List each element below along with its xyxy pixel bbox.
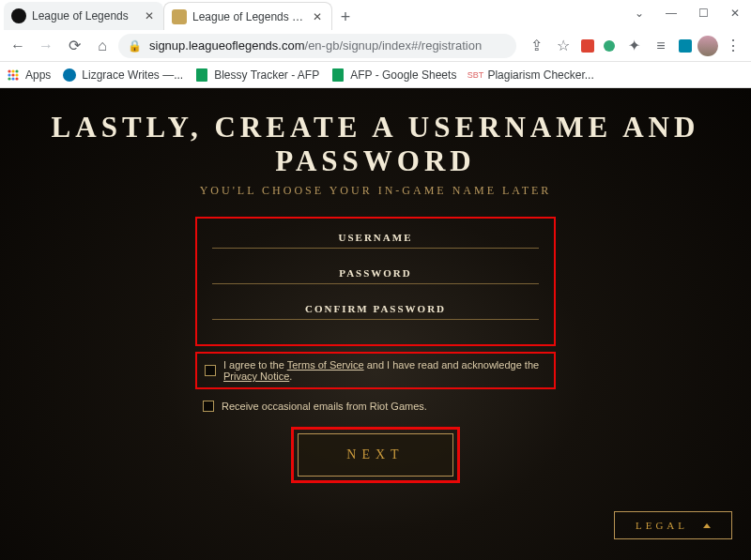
input-underline — [212, 282, 539, 284]
svg-rect-13 — [196, 68, 207, 82]
address-bar[interactable]: 🔒 signup.leagueoflegends.com/en-gb/signu… — [118, 34, 516, 58]
svg-point-9 — [8, 77, 10, 80]
maximize-button[interactable]: ☐ — [687, 0, 719, 26]
svg-point-3 — [8, 69, 10, 72]
confirm-password-field[interactable]: CONFIRM PASSWORD — [212, 303, 539, 320]
close-window-button[interactable]: ✕ — [719, 0, 751, 26]
confirm-password-label: CONFIRM PASSWORD — [212, 303, 539, 314]
bookmark-label: Plagiarism Checker... — [487, 68, 593, 82]
svg-point-6 — [8, 73, 10, 76]
svg-point-5 — [15, 69, 18, 72]
input-underline — [212, 318, 539, 320]
emails-checkbox[interactable] — [203, 401, 214, 412]
next-button[interactable]: NEXT — [298, 433, 453, 477]
bookmark-item[interactable]: SBT Plagiarism Checker... — [467, 68, 593, 83]
tab-favicon — [172, 9, 187, 24]
svg-point-8 — [15, 73, 18, 76]
url-text: signup.leagueoflegends.com/en-gb/signup/… — [149, 38, 482, 53]
apps-grid-icon — [6, 68, 21, 83]
url-host: signup.leagueoflegends.com — [149, 38, 305, 53]
page-content: LASTLY, CREATE A USERNAME AND PASSWORD Y… — [0, 88, 751, 560]
bookmark-item[interactable]: Lizgrace Writes —... — [62, 68, 183, 83]
svg-point-11 — [15, 77, 18, 80]
emails-label: Receive occasional emails from Riot Game… — [222, 401, 427, 412]
svg-point-1 — [604, 40, 615, 52]
bookmark-label: AFP - Google Sheets — [350, 68, 456, 82]
tab-inactive[interactable]: League of Legends ✕ — [4, 2, 163, 30]
password-label: PASSWORD — [212, 267, 539, 279]
site-icon: SBT — [467, 68, 483, 83]
forward-button: → — [34, 34, 58, 58]
toolbar-right: ⇪ ☆ ✦ ≡ ⋮ — [520, 34, 745, 58]
tab-title: League of Legends Sign Up | EU… — [192, 10, 305, 23]
svg-rect-14 — [332, 68, 344, 82]
minimize-button[interactable]: — — [655, 0, 687, 26]
legal-label: LEGAL — [636, 520, 688, 531]
tab-title: League of Legends — [32, 9, 137, 23]
bookmark-label: Apps — [25, 68, 51, 82]
svg-point-10 — [11, 77, 14, 80]
apps-shortcut[interactable]: Apps — [6, 68, 51, 83]
bookmark-item[interactable]: AFP - Google Sheets — [330, 68, 456, 83]
tos-link[interactable]: Terms of Service — [287, 359, 364, 371]
url-path: /en-gb/signup/index#/registration — [305, 38, 483, 53]
lock-icon: 🔒 — [128, 39, 142, 53]
bookmarks-bar: Apps Lizgrace Writes —... Blessy Tracker… — [0, 62, 751, 88]
chevron-down-icon[interactable]: ⌄ — [623, 0, 655, 26]
tos-checkbox[interactable] — [205, 365, 216, 376]
share-icon[interactable]: ⇪ — [524, 34, 548, 58]
close-icon[interactable]: ✕ — [311, 10, 324, 23]
close-icon[interactable]: ✕ — [143, 9, 156, 23]
reading-list-icon[interactable]: ≡ — [649, 34, 673, 58]
tab-strip: League of Legends ✕ League of Legends Si… — [0, 0, 359, 30]
password-field[interactable]: PASSWORD — [212, 267, 539, 284]
window-controls: ⌄ — ☐ ✕ — [623, 0, 751, 26]
username-label: USERNAME — [212, 232, 539, 243]
extension-icon[interactable] — [676, 37, 695, 55]
username-field[interactable]: USERNAME — [212, 232, 539, 249]
bookmark-item[interactable]: Blessy Tracker - AFP — [194, 68, 319, 83]
reload-button[interactable]: ⟳ — [62, 34, 86, 58]
page-subtitle: YOU'LL CHOOSE YOUR IN-GAME NAME LATER — [0, 184, 751, 217]
wordpress-icon — [62, 68, 77, 83]
profile-avatar[interactable] — [697, 36, 718, 56]
extension-icon[interactable] — [600, 37, 619, 55]
new-tab-button[interactable]: + — [332, 4, 359, 30]
title-bar: League of Legends ✕ League of Legends Si… — [0, 0, 751, 30]
menu-dots-icon[interactable]: ⋮ — [721, 34, 745, 58]
tos-text: I agree to the Terms of Service and I ha… — [223, 359, 546, 382]
tab-active[interactable]: League of Legends Sign Up | EU… ✕ — [163, 2, 332, 30]
svg-point-4 — [11, 69, 14, 72]
home-button[interactable]: ⌂ — [90, 34, 115, 58]
svg-rect-0 — [581, 39, 594, 53]
svg-point-12 — [63, 68, 76, 82]
toolbar: ← → ⟳ ⌂ 🔒 signup.leagueoflegends.com/en-… — [0, 30, 751, 62]
bookmark-label: Blessy Tracker - AFP — [214, 68, 319, 82]
back-button[interactable]: ← — [6, 34, 30, 58]
bookmark-star-icon[interactable]: ☆ — [551, 34, 575, 58]
extension-icon[interactable] — [578, 37, 597, 55]
privacy-link[interactable]: Privacy Notice — [223, 371, 289, 382]
sheets-icon — [194, 68, 209, 83]
next-button-highlight: NEXT — [291, 427, 460, 483]
input-underline — [212, 247, 539, 249]
svg-point-7 — [11, 73, 14, 76]
signup-form-highlight: USERNAME PASSWORD CONFIRM PASSWORD — [195, 217, 556, 346]
emails-row: Receive occasional emails from Riot Game… — [195, 395, 556, 417]
page-title: LASTLY, CREATE A USERNAME AND PASSWORD — [0, 88, 751, 184]
sheets-icon — [330, 68, 345, 83]
legal-button[interactable]: LEGAL — [614, 511, 732, 539]
extensions-puzzle-icon[interactable]: ✦ — [621, 34, 646, 58]
tab-favicon — [11, 8, 26, 23]
bookmark-label: Lizgrace Writes —... — [82, 68, 183, 82]
tos-row-highlight: I agree to the Terms of Service and I ha… — [195, 352, 556, 389]
chevron-up-icon — [703, 523, 711, 528]
svg-rect-2 — [679, 39, 692, 53]
